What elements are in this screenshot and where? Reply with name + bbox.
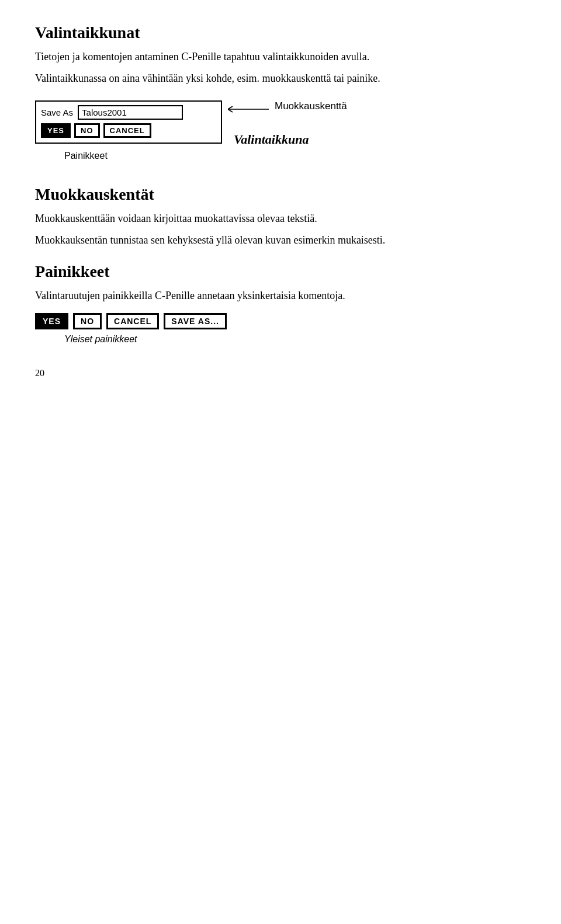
dialog-buttons-row: YES NO CANCEL bbox=[41, 123, 216, 138]
muokkauskentät-heading: Muokkauskentät bbox=[35, 185, 526, 204]
muokkauskentät-p1: Muokkauskenttään voidaan kirjoittaa muok… bbox=[35, 211, 526, 227]
page-number: 20 bbox=[35, 368, 526, 378]
page-title: Valintaikkunat bbox=[35, 23, 526, 42]
dialog-box: Save As Talous2001 YES NO CANCEL bbox=[35, 100, 222, 144]
muokkauskentta-label: Muokkauskenttä bbox=[275, 100, 347, 112]
painikkeet-p1: Valintaruutujen painikkeilla C-Penille a… bbox=[35, 288, 526, 304]
dialog-illustration: Save As Talous2001 YES NO CANCEL Painikk… bbox=[35, 100, 526, 162]
bottom-yes-button[interactable]: YES bbox=[35, 313, 68, 329]
dialog-input-field[interactable]: Talous2001 bbox=[78, 105, 183, 120]
bottom-cancel-button[interactable]: CANCEL bbox=[106, 313, 159, 329]
no-button[interactable]: NO bbox=[74, 123, 100, 138]
bottom-save-as-button[interactable]: SAVE AS... bbox=[164, 313, 227, 329]
arrow-to-muokkauskentta bbox=[228, 103, 275, 115]
bottom-no-button[interactable]: NO bbox=[73, 313, 102, 329]
dialog-save-as-label: Save As bbox=[41, 107, 73, 117]
cancel-button[interactable]: CANCEL bbox=[103, 123, 151, 138]
yleiset-painikkeet-label: Yleiset painikkeet bbox=[64, 334, 526, 345]
painikkeet-heading: Painikkeet bbox=[35, 262, 526, 281]
annotation-column: Muokkauskenttä Valintaikkuna bbox=[222, 100, 347, 147]
muokkauskentät-p2: Muokkauksentän tunnistaa sen kehyksestä … bbox=[35, 232, 526, 248]
yes-button[interactable]: YES bbox=[41, 123, 71, 138]
valintaikkuna-label: Valintaikkuna bbox=[234, 132, 309, 147]
intro-paragraph-2: Valintaikkunassa on aina vähintään yksi … bbox=[35, 71, 526, 86]
bottom-buttons-illustration: YES NO CANCEL SAVE AS... bbox=[35, 313, 526, 329]
dialog-title-row: Save As Talous2001 bbox=[41, 105, 216, 120]
intro-paragraph-1: Tietojen ja komentojen antaminen C-Penil… bbox=[35, 49, 526, 65]
painikkeet-annotation: Painikkeet bbox=[64, 151, 108, 161]
dialog-box-area: Save As Talous2001 YES NO CANCEL Painikk… bbox=[35, 100, 222, 162]
